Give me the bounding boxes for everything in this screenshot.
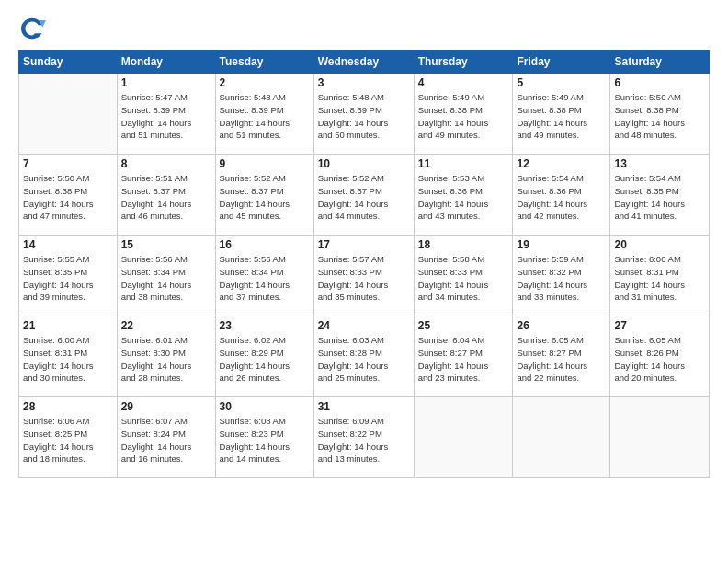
day-info: Sunrise: 5:58 AM Sunset: 8:33 PM Dayligh…: [418, 253, 509, 304]
day-number: 9: [220, 157, 310, 170]
calendar-table: SundayMondayTuesdayWednesdayThursdayFrid…: [18, 50, 710, 478]
calendar-cell: 19Sunrise: 5:59 AM Sunset: 8:32 PM Dayli…: [513, 236, 610, 316]
calendar-cell: 6Sunrise: 5:50 AM Sunset: 8:38 PM Daylig…: [610, 74, 710, 155]
day-number: 11: [418, 157, 509, 170]
day-number: 13: [614, 157, 705, 170]
calendar-cell: 29Sunrise: 6:07 AM Sunset: 8:24 PM Dayli…: [117, 397, 215, 478]
calendar-cell: [513, 397, 610, 478]
day-info: Sunrise: 5:59 AM Sunset: 8:32 PM Dayligh…: [517, 253, 606, 304]
day-info: Sunrise: 6:06 AM Sunset: 8:25 PM Dayligh…: [23, 415, 113, 465]
day-number: 4: [418, 76, 509, 89]
day-number: 29: [121, 400, 211, 413]
calendar-cell: 17Sunrise: 5:57 AM Sunset: 8:33 PM Dayli…: [313, 236, 414, 316]
calendar-cell: 11Sunrise: 5:53 AM Sunset: 8:36 PM Dayli…: [414, 155, 513, 236]
day-number: 20: [614, 238, 705, 251]
day-info: Sunrise: 5:49 AM Sunset: 8:38 PM Dayligh…: [418, 91, 509, 142]
calendar-cell: 27Sunrise: 6:05 AM Sunset: 8:26 PM Dayli…: [610, 316, 710, 397]
day-number: 25: [418, 319, 509, 332]
logo: [18, 15, 50, 42]
weekday-header: Wednesday: [313, 51, 414, 74]
calendar-cell: 2Sunrise: 5:48 AM Sunset: 8:39 PM Daylig…: [215, 74, 313, 155]
day-info: Sunrise: 5:50 AM Sunset: 8:38 PM Dayligh…: [614, 91, 705, 142]
weekday-header: Tuesday: [215, 51, 313, 74]
calendar-cell: 12Sunrise: 5:54 AM Sunset: 8:36 PM Dayli…: [513, 155, 610, 236]
day-number: 16: [220, 238, 310, 251]
day-info: Sunrise: 5:52 AM Sunset: 8:37 PM Dayligh…: [318, 172, 410, 223]
day-info: Sunrise: 5:48 AM Sunset: 8:39 PM Dayligh…: [318, 91, 410, 142]
day-info: Sunrise: 5:51 AM Sunset: 8:37 PM Dayligh…: [121, 172, 211, 223]
calendar-cell: 5Sunrise: 5:49 AM Sunset: 8:38 PM Daylig…: [513, 74, 610, 155]
day-number: 19: [517, 238, 606, 251]
calendar-cell: 20Sunrise: 6:00 AM Sunset: 8:31 PM Dayli…: [610, 236, 710, 316]
day-info: Sunrise: 5:50 AM Sunset: 8:38 PM Dayligh…: [23, 172, 113, 223]
calendar-week-row: 21Sunrise: 6:00 AM Sunset: 8:31 PM Dayli…: [19, 316, 710, 397]
calendar-cell: 3Sunrise: 5:48 AM Sunset: 8:39 PM Daylig…: [313, 74, 414, 155]
day-info: Sunrise: 6:02 AM Sunset: 8:29 PM Dayligh…: [220, 334, 310, 385]
calendar-cell: 21Sunrise: 6:00 AM Sunset: 8:31 PM Dayli…: [19, 316, 118, 397]
calendar-cell: 14Sunrise: 5:55 AM Sunset: 8:35 PM Dayli…: [19, 236, 118, 316]
weekday-header: Friday: [513, 51, 610, 74]
calendar-cell: 7Sunrise: 5:50 AM Sunset: 8:38 PM Daylig…: [19, 155, 118, 236]
day-info: Sunrise: 5:53 AM Sunset: 8:36 PM Dayligh…: [418, 172, 509, 223]
day-number: 23: [220, 319, 310, 332]
day-number: 30: [220, 400, 310, 413]
calendar-cell: 25Sunrise: 6:04 AM Sunset: 8:27 PM Dayli…: [414, 316, 513, 397]
calendar-cell: 4Sunrise: 5:49 AM Sunset: 8:38 PM Daylig…: [414, 74, 513, 155]
day-number: 12: [517, 157, 606, 170]
calendar-week-row: 14Sunrise: 5:55 AM Sunset: 8:35 PM Dayli…: [19, 236, 710, 316]
day-info: Sunrise: 6:01 AM Sunset: 8:30 PM Dayligh…: [121, 334, 211, 385]
day-info: Sunrise: 6:00 AM Sunset: 8:31 PM Dayligh…: [23, 334, 113, 385]
day-number: 31: [318, 400, 410, 413]
day-info: Sunrise: 5:49 AM Sunset: 8:38 PM Dayligh…: [517, 91, 606, 142]
calendar-cell: 18Sunrise: 5:58 AM Sunset: 8:33 PM Dayli…: [414, 236, 513, 316]
day-number: 17: [318, 238, 410, 251]
calendar-cell: [610, 397, 710, 478]
calendar-header: SundayMondayTuesdayWednesdayThursdayFrid…: [19, 51, 710, 74]
day-number: 27: [614, 319, 705, 332]
calendar-body: 1Sunrise: 5:47 AM Sunset: 8:39 PM Daylig…: [19, 74, 710, 478]
weekday-header: Thursday: [414, 51, 513, 74]
day-info: Sunrise: 5:56 AM Sunset: 8:34 PM Dayligh…: [220, 253, 310, 304]
day-info: Sunrise: 6:05 AM Sunset: 8:27 PM Dayligh…: [517, 334, 606, 385]
day-number: 26: [517, 319, 606, 332]
calendar-cell: [414, 397, 513, 478]
calendar-cell: 24Sunrise: 6:03 AM Sunset: 8:28 PM Dayli…: [313, 316, 414, 397]
day-info: Sunrise: 5:56 AM Sunset: 8:34 PM Dayligh…: [121, 253, 211, 304]
calendar-cell: 30Sunrise: 6:08 AM Sunset: 8:23 PM Dayli…: [215, 397, 313, 478]
day-number: 24: [318, 319, 410, 332]
day-number: 3: [318, 76, 410, 89]
day-info: Sunrise: 6:03 AM Sunset: 8:28 PM Dayligh…: [318, 334, 410, 385]
page: SundayMondayTuesdayWednesdayThursdayFrid…: [0, 0, 728, 563]
weekday-header: Monday: [117, 51, 215, 74]
day-info: Sunrise: 6:05 AM Sunset: 8:26 PM Dayligh…: [614, 334, 705, 385]
day-info: Sunrise: 5:54 AM Sunset: 8:36 PM Dayligh…: [517, 172, 606, 223]
calendar-week-row: 1Sunrise: 5:47 AM Sunset: 8:39 PM Daylig…: [19, 74, 710, 155]
weekday-header: Saturday: [610, 51, 710, 74]
calendar-cell: 1Sunrise: 5:47 AM Sunset: 8:39 PM Daylig…: [117, 74, 215, 155]
day-number: 28: [23, 400, 113, 413]
day-info: Sunrise: 5:48 AM Sunset: 8:39 PM Dayligh…: [220, 91, 310, 142]
day-number: 5: [517, 76, 606, 89]
day-info: Sunrise: 5:47 AM Sunset: 8:39 PM Dayligh…: [121, 91, 211, 142]
calendar-cell: 16Sunrise: 5:56 AM Sunset: 8:34 PM Dayli…: [215, 236, 313, 316]
day-number: 18: [418, 238, 509, 251]
calendar-cell: 9Sunrise: 5:52 AM Sunset: 8:37 PM Daylig…: [215, 155, 313, 236]
weekday-header: Sunday: [19, 51, 118, 74]
calendar-cell: 26Sunrise: 6:05 AM Sunset: 8:27 PM Dayli…: [513, 316, 610, 397]
calendar-cell: 28Sunrise: 6:06 AM Sunset: 8:25 PM Dayli…: [19, 397, 118, 478]
day-number: 1: [121, 76, 211, 89]
header: [18, 15, 710, 42]
day-number: 6: [614, 76, 705, 89]
calendar-week-row: 7Sunrise: 5:50 AM Sunset: 8:38 PM Daylig…: [19, 155, 710, 236]
day-info: Sunrise: 5:52 AM Sunset: 8:37 PM Dayligh…: [220, 172, 310, 223]
day-info: Sunrise: 5:54 AM Sunset: 8:35 PM Dayligh…: [614, 172, 705, 223]
calendar-cell: 15Sunrise: 5:56 AM Sunset: 8:34 PM Dayli…: [117, 236, 215, 316]
calendar-cell: 22Sunrise: 6:01 AM Sunset: 8:30 PM Dayli…: [117, 316, 215, 397]
calendar-week-row: 28Sunrise: 6:06 AM Sunset: 8:25 PM Dayli…: [19, 397, 710, 478]
day-number: 21: [23, 319, 113, 332]
day-number: 14: [23, 238, 113, 251]
day-number: 22: [121, 319, 211, 332]
day-number: 15: [121, 238, 211, 251]
weekday-row: SundayMondayTuesdayWednesdayThursdayFrid…: [19, 51, 710, 74]
day-number: 10: [318, 157, 410, 170]
